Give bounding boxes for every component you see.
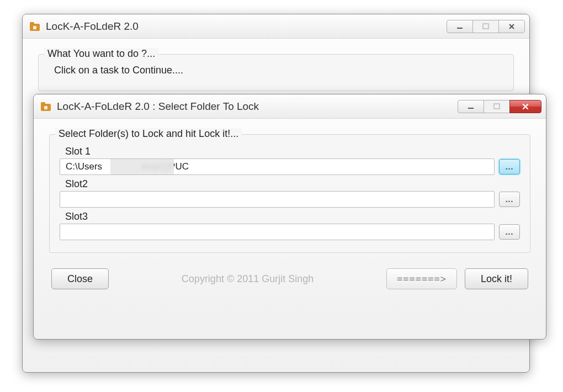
slot1-label: Slot 1 bbox=[65, 146, 520, 157]
slot3-browse-button[interactable]: ... bbox=[499, 224, 520, 240]
slots-groupbox: Select Folder(s) to Lock and hit Lock it… bbox=[49, 134, 530, 253]
slot2-row: ... bbox=[60, 191, 520, 208]
lock-it-button[interactable]: Lock it! bbox=[465, 268, 528, 289]
slot2-path-input[interactable] bbox=[60, 191, 495, 208]
minimize-button[interactable] bbox=[447, 20, 473, 33]
maximize-button bbox=[484, 100, 510, 113]
dialog-titlebar[interactable]: LocK-A-FoLdeR 2.0 : Select Folder To Loc… bbox=[34, 94, 546, 119]
app-icon bbox=[40, 101, 51, 112]
main-group-subtext: Click on a task to Continue.... bbox=[54, 65, 503, 76]
slot3-row: ... bbox=[60, 224, 520, 240]
dialog-title: LocK-A-FoLdeR 2.0 : Select Folder To Loc… bbox=[57, 100, 458, 113]
svg-rect-3 bbox=[457, 28, 463, 29]
slots-group-legend: Select Folder(s) to Lock and hit Lock it… bbox=[55, 128, 242, 140]
slot3-path-input[interactable] bbox=[60, 224, 495, 240]
arrow-hint: =======> bbox=[386, 268, 457, 289]
main-groupbox: What You want to do ?... Click on a task… bbox=[38, 54, 514, 91]
slot1-row: ... bbox=[60, 158, 520, 175]
slot2-label: Slot2 bbox=[65, 178, 520, 190]
slot1-browse-button[interactable]: ... bbox=[499, 159, 520, 174]
close-button[interactable] bbox=[498, 20, 525, 33]
svg-rect-7 bbox=[44, 106, 47, 109]
svg-rect-4 bbox=[483, 24, 488, 29]
main-title: LocK-A-FoLdeR 2.0 bbox=[46, 20, 447, 33]
slot2-browse-button[interactable]: ... bbox=[499, 192, 520, 207]
main-window-controls bbox=[447, 20, 525, 33]
svg-rect-8 bbox=[468, 108, 474, 109]
copyright-text: Copyright © 2011 Gurjit Singh bbox=[116, 273, 379, 285]
app-icon bbox=[29, 21, 40, 32]
svg-rect-2 bbox=[33, 26, 36, 29]
svg-rect-6 bbox=[41, 102, 45, 105]
main-titlebar[interactable]: LocK-A-FoLdeR 2.0 bbox=[23, 14, 529, 39]
bottom-action-row: Close Copyright © 2011 Gurjit Singh ====… bbox=[49, 268, 530, 289]
main-group-legend: What You want to do ?... bbox=[44, 48, 158, 60]
select-folder-dialog: LocK-A-FoLdeR 2.0 : Select Folder To Loc… bbox=[33, 94, 546, 340]
slot1-path-input[interactable] bbox=[60, 158, 495, 175]
slot3-label: Slot3 bbox=[65, 211, 520, 223]
minimize-button[interactable] bbox=[458, 100, 484, 113]
maximize-button bbox=[472, 20, 499, 33]
main-content: What You want to do ?... Click on a task… bbox=[23, 39, 529, 101]
svg-rect-1 bbox=[30, 22, 34, 25]
close-button[interactable] bbox=[509, 100, 541, 113]
dialog-window-controls bbox=[458, 100, 541, 113]
dialog-content: Select Folder(s) to Lock and hit Lock it… bbox=[34, 119, 546, 299]
svg-rect-9 bbox=[494, 104, 500, 109]
close-dialog-button[interactable]: Close bbox=[51, 268, 109, 289]
